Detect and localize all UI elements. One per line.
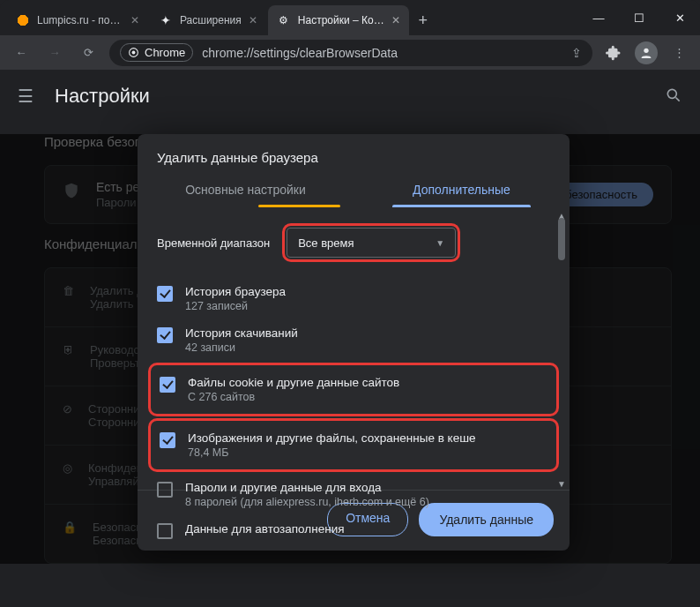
scrollbar[interactable]: ▲ ▼	[555, 214, 568, 486]
maximize-button[interactable]: ☐	[619, 0, 659, 35]
menu-icon[interactable]: ☰	[18, 86, 34, 107]
tab-basic[interactable]: Основные настройки	[138, 172, 354, 207]
option-subtext: 42 записи	[185, 341, 298, 354]
highlight-option: Файлы cookie и другие данные сайтовС 276…	[148, 363, 559, 416]
option-row[interactable]: Данные для автозаполнения	[157, 515, 550, 546]
highlight-time-range: Все время ▼	[282, 223, 460, 262]
option-label: Изображения и другие файлы, сохраненные …	[188, 431, 476, 445]
tab-extensions[interactable]: ✦ Расширения ✕	[150, 5, 266, 35]
close-icon[interactable]: ✕	[391, 14, 400, 26]
dialog-tabs: Основные настройки Дополнительные	[138, 169, 570, 207]
window-controls: ― ☐ ✕	[578, 0, 700, 35]
option-row[interactable]: История браузера127 записей	[157, 278, 550, 319]
checkbox[interactable]	[157, 523, 173, 539]
close-icon[interactable]: ✕	[130, 14, 139, 26]
tab-settings[interactable]: ⚙ Настройки – Кон… ✕	[268, 5, 409, 35]
settings-header: ☰ Настройки	[0, 71, 700, 122]
option-subtext: 127 записей	[185, 300, 286, 312]
tab-label: Расширения	[180, 14, 242, 26]
tab-label: Настройки – Кон…	[298, 14, 384, 26]
svg-point-1	[132, 51, 136, 55]
browser-tabstrip: Lumpics.ru - пом… ✕ ✦ Расширения ✕ ⚙ Нас…	[0, 0, 700, 35]
option-row[interactable]: История скачиваний42 записи	[157, 319, 550, 361]
option-row[interactable]: Пароли и другие данные для входа8 пароле…	[157, 474, 550, 515]
checkbox[interactable]	[157, 327, 173, 343]
time-range-label: Временной диапазон	[157, 236, 270, 250]
svg-point-2	[644, 48, 648, 52]
profile-button[interactable]	[635, 41, 658, 64]
back-button[interactable]: ←	[9, 41, 34, 65]
reload-button[interactable]: ⟳	[76, 41, 101, 65]
option-label: Файлы cookie и другие данные сайтов	[188, 376, 399, 389]
clear-data-dialog: Удалить данные браузера Основные настрой…	[138, 134, 570, 551]
dialog-body: ▲ ▼ Временной диапазон Все время ▼ Истор…	[138, 207, 570, 490]
url-text: chrome://settings/clearBrowserData	[202, 46, 398, 60]
gear-icon: ⚙	[277, 13, 291, 27]
scroll-down-icon[interactable]: ▼	[556, 479, 567, 490]
chrome-icon	[128, 47, 139, 58]
svg-line-4	[676, 97, 680, 101]
dialog-title: Удалить данные браузера	[138, 134, 570, 169]
close-window-button[interactable]: ✕	[659, 0, 700, 35]
time-range-select[interactable]: Все время ▼	[287, 228, 456, 258]
close-icon[interactable]: ✕	[249, 14, 257, 26]
checkbox[interactable]	[160, 377, 175, 393]
search-icon[interactable]	[665, 86, 682, 107]
extensions-icon: ✦	[159, 13, 173, 27]
page-title: Настройки	[55, 85, 150, 108]
checkbox[interactable]	[157, 482, 173, 498]
tab-lumpics[interactable]: Lumpics.ru - пом… ✕	[7, 5, 148, 35]
share-icon[interactable]: ⇪	[571, 46, 582, 60]
favicon-lumpics	[16, 13, 30, 27]
option-subtext: 8 паролей (для aliexpress.ru, iherb.com …	[185, 496, 429, 508]
forward-button[interactable]: →	[42, 41, 67, 65]
option-label: Данные для автозаполнения	[185, 522, 344, 536]
option-label: История скачиваний	[185, 326, 298, 340]
option-label: История браузера	[185, 285, 286, 298]
extensions-button[interactable]	[601, 41, 626, 65]
address-bar[interactable]: Chrome chrome://settings/clearBrowserDat…	[109, 40, 592, 66]
tab-advanced[interactable]: Дополнительные	[354, 172, 570, 207]
toolbar: ← → ⟳ Chrome chrome://settings/clearBrow…	[0, 35, 700, 71]
checkbox[interactable]	[157, 286, 173, 302]
new-tab-button[interactable]: +	[411, 5, 436, 35]
checkbox[interactable]	[160, 432, 175, 448]
chrome-pill: Chrome	[120, 43, 193, 62]
option-subtext: С 276 сайтов	[188, 391, 399, 403]
option-label: Пароли и другие данные для входа	[185, 481, 429, 494]
time-range-value: Все время	[298, 236, 354, 250]
menu-button[interactable]: ⋮	[666, 41, 691, 65]
option-subtext: 78,4 МБ	[188, 446, 476, 459]
highlight-option: Изображения и другие файлы, сохраненные …	[148, 418, 559, 472]
svg-point-3	[667, 89, 676, 98]
time-range-row: Временной диапазон Все время ▼	[157, 223, 550, 262]
tab-label: Lumpics.ru - пом…	[37, 14, 123, 26]
chevron-down-icon: ▼	[436, 238, 444, 248]
option-row[interactable]: Изображения и другие файлы, сохраненные …	[160, 424, 547, 466]
minimize-button[interactable]: ―	[578, 0, 619, 35]
chrome-pill-label: Chrome	[145, 46, 185, 59]
scroll-thumb[interactable]	[558, 218, 565, 260]
option-row[interactable]: Файлы cookie и другие данные сайтовС 276…	[160, 369, 547, 410]
